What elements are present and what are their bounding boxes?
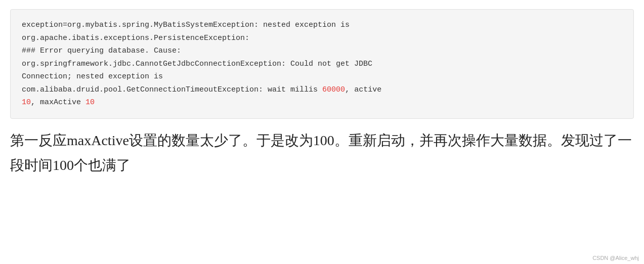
error-code-block: exception=org.mybatis.spring.MyBatisSyst… <box>10 9 634 119</box>
prose-text: 第一反应maxActive设置的数量太少了。于是改为100。重新启动，并再次操作… <box>10 128 634 178</box>
code-line-3: ### Error querying database. Cause: <box>22 45 622 58</box>
watermark-label: CSDN @Alice_whj <box>592 255 639 261</box>
code-line-5: Connection; nested exception is <box>22 70 622 83</box>
code-line-7: 10, maxActive 10 <box>22 96 622 109</box>
code-line-2: org.apache.ibatis.exceptions.Persistence… <box>22 32 622 45</box>
code-line-1: exception=org.mybatis.spring.MyBatisSyst… <box>22 19 622 32</box>
code-line-6: com.alibaba.druid.pool.GetConnectionTime… <box>22 83 622 97</box>
code-line-4: org.springframework.jdbc.CannotGetJdbcCo… <box>22 58 622 71</box>
